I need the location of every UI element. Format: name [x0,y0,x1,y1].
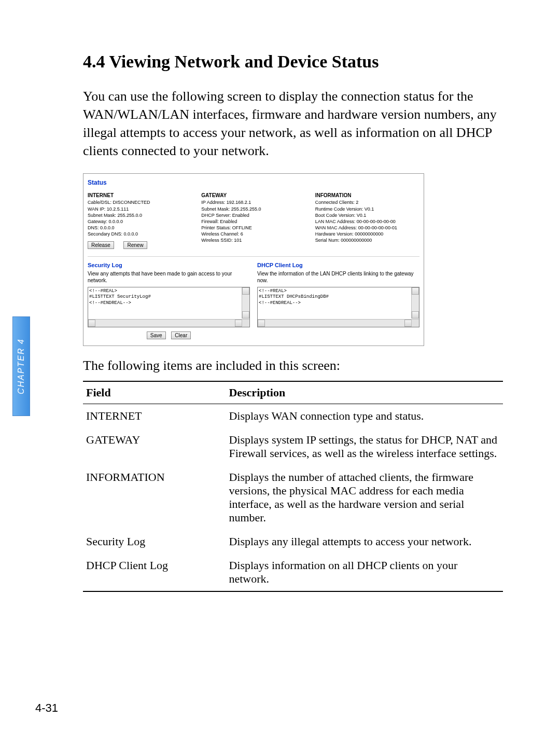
internet-subnet: Subnet Mask: 255.255.0.0 [88,212,192,218]
renew-button[interactable]: Renew [123,241,147,249]
after-figure-text: The following items are included in this… [83,356,503,375]
dhcp-log-content: <!--#REAL> #LISTTEXT DHCPsBindingDB# <!-… [259,288,411,319]
scrollbar-horizontal[interactable] [258,319,419,327]
internet-dns2: Secondary DNS: 0.0.0.0 [88,231,192,237]
scrollbar-horizontal[interactable] [88,319,249,327]
gateway-printer: Printer Status: OFFLINE [201,225,305,231]
gateway-column: GATEWAY IP Address: 192.168.2.1 Subnet M… [201,192,305,249]
gateway-dhcp: DHCP Server: Enabled [201,212,305,218]
section-heading: 4.4 Viewing Network and Device Status [83,52,503,72]
security-log-desc: View any attempts that have been made to… [88,270,250,284]
info-hardware: Hardware Version: 00000000000 [315,231,419,237]
gateway-channel: Wireless Channel: 6 [201,231,305,237]
th-field: Field [83,381,226,404]
info-serial: Serial Num: 000000000000 [315,237,419,243]
scroll-corner [411,319,419,327]
info-clients: Connected Clients: 2 [315,199,419,205]
gateway-heading: GATEWAY [201,192,305,198]
status-title: Status [88,179,419,186]
info-wan-mac: WAN MAC Address: 00-00-00-00-00-01 [315,225,419,231]
table-row: GATEWAY Displays system IP settings, the… [83,428,503,465]
log-row: Security Log View any attempts that have… [88,262,419,339]
gateway-subnet: Subnet Mask: 255.255.255.0 [201,206,305,212]
information-column: INFORMATION Connected Clients: 2 Runtime… [315,192,419,249]
cell-desc: Displays any illegal attempts to access … [226,530,503,554]
internet-column: INTERNET Cable/DSL: DISCONNECTED WAN IP:… [88,192,192,249]
info-runtime: Runtime Code Version: V0.1 [315,206,419,212]
status-screenshot: Status INTERNET Cable/DSL: DISCONNECTED … [83,173,424,346]
chapter-tab-label: CHAPTER 4 [17,338,26,394]
gateway-firewall: Firewall: Enabled [201,218,305,225]
security-log-heading: Security Log [88,262,250,268]
chapter-tab: CHAPTER 4 [12,316,30,416]
table-row: INTERNET Displays WAN connection type an… [83,404,503,429]
cell-field: INFORMATION [83,465,226,530]
table-row: Security Log Displays any illegal attemp… [83,530,503,554]
scrollbar-vertical[interactable] [411,287,419,319]
clear-button[interactable]: Clear [171,331,191,339]
dhcp-log-col: DHCP Client Log View the information of … [257,262,419,339]
gateway-ip: IP Address: 192.168.2.1 [201,199,305,205]
page-number: 4-31 [35,701,58,715]
security-log-content: <!--#REAL> #LISTTEXT SecurityLog# <!--#E… [89,288,241,319]
info-boot: Boot Code Version: V0.1 [315,212,419,218]
cell-desc: Displays the number of attached clients,… [226,465,503,530]
cell-field: Security Log [83,530,226,554]
internet-dns: DNS: 0.0.0.0 [88,225,192,231]
scrollbar-vertical[interactable] [242,287,249,319]
cell-desc: Displays system IP settings, the status … [226,428,503,465]
intro-paragraph: You can use the following screen to disp… [83,87,503,160]
status-columns: INTERNET Cable/DSL: DISCONNECTED WAN IP:… [88,192,419,257]
field-description-table: Field Description INTERNET Displays WAN … [83,381,503,592]
information-heading: INFORMATION [315,192,419,198]
scroll-corner [242,319,249,327]
table-row: DHCP Client Log Displays information on … [83,554,503,591]
cell-field: GATEWAY [83,428,226,465]
internet-gateway: Gateway: 0.0.0.0 [88,218,192,225]
cell-field: INTERNET [83,404,226,429]
release-button[interactable]: Release [88,241,114,249]
cell-field: DHCP Client Log [83,554,226,591]
gateway-ssid: Wireless SSID: 101 [201,237,305,243]
internet-wan-ip: WAN IP: 10.2.5.111 [88,206,192,212]
internet-cabledsl: Cable/DSL: DISCONNECTED [88,199,192,205]
table-row: INFORMATION Displays the number of attac… [83,465,503,530]
cell-desc: Displays WAN connection type and status. [226,404,503,429]
cell-desc: Displays information on all DHCP clients… [226,554,503,591]
security-log-col: Security Log View any attempts that have… [88,262,250,339]
security-log-textarea[interactable]: <!--#REAL> #LISTTEXT SecurityLog# <!--#E… [88,287,250,327]
dhcp-log-desc: View the information of the LAN DHCP cli… [257,270,419,284]
info-lan-mac: LAN MAC Address: 00-00-00-00-00-00 [315,218,419,225]
dhcp-log-textarea[interactable]: <!--#REAL> #LISTTEXT DHCPsBindingDB# <!-… [257,287,419,327]
dhcp-log-heading: DHCP Client Log [257,262,419,268]
th-description: Description [226,381,503,404]
internet-heading: INTERNET [88,192,192,198]
save-button[interactable]: Save [147,331,166,339]
